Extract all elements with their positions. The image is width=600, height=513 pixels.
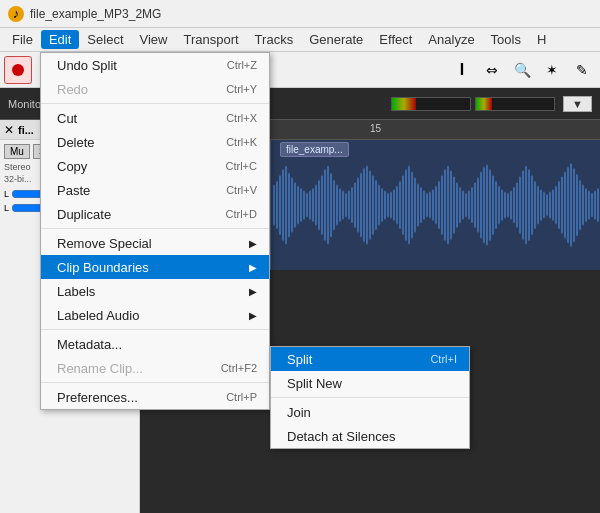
- track-close-button[interactable]: ✕: [4, 123, 14, 137]
- sep-4: [41, 382, 269, 383]
- svg-rect-86: [393, 190, 395, 221]
- svg-rect-48: [279, 175, 281, 234]
- svg-rect-110: [465, 193, 467, 217]
- toolbar-right-group: I ⇔ 🔍 ✶ ✎: [448, 56, 596, 84]
- svg-rect-114: [477, 178, 479, 232]
- svg-rect-65: [330, 173, 332, 237]
- menu-copy[interactable]: Copy Ctrl+C: [41, 154, 269, 178]
- submenu-detach[interactable]: Detach at Silences: [271, 424, 469, 448]
- svg-rect-151: [588, 191, 590, 219]
- svg-rect-89: [402, 175, 404, 234]
- menu-metadata[interactable]: Metadata...: [41, 332, 269, 356]
- menu-transport[interactable]: Transport: [175, 30, 246, 49]
- svg-rect-142: [561, 177, 563, 234]
- record-button[interactable]: [4, 56, 32, 84]
- svg-rect-56: [303, 191, 305, 219]
- svg-rect-78: [369, 171, 371, 240]
- multi-tool-button[interactable]: ✶: [538, 56, 566, 84]
- menu-generate[interactable]: Generate: [301, 30, 371, 49]
- menu-file[interactable]: File: [4, 30, 41, 49]
- svg-rect-57: [306, 193, 308, 217]
- svg-rect-82: [381, 188, 383, 221]
- svg-rect-55: [300, 188, 302, 221]
- svg-rect-125: [510, 191, 512, 219]
- svg-rect-74: [357, 178, 359, 232]
- svg-rect-92: [411, 172, 413, 238]
- menu-tracks[interactable]: Tracks: [247, 30, 302, 49]
- svg-rect-149: [582, 185, 584, 225]
- svg-rect-131: [528, 170, 530, 241]
- pan-label-l: L: [4, 203, 9, 213]
- svg-rect-141: [558, 181, 560, 228]
- menu-rename-clip[interactable]: Rename Clip... Ctrl+F2: [41, 356, 269, 380]
- svg-rect-145: [570, 164, 572, 247]
- sep-2: [41, 228, 269, 229]
- svg-rect-133: [534, 181, 536, 228]
- submenu-split[interactable]: Split Ctrl+I: [271, 347, 469, 371]
- svg-rect-130: [525, 166, 527, 244]
- zoom-tool-button[interactable]: 🔍: [508, 56, 536, 84]
- menu-view[interactable]: View: [132, 30, 176, 49]
- meter-left: [391, 97, 471, 111]
- svg-rect-46: [273, 185, 275, 225]
- draw-tool-button[interactable]: ✎: [568, 56, 596, 84]
- svg-rect-64: [327, 166, 329, 244]
- svg-rect-132: [531, 175, 533, 234]
- svg-rect-68: [339, 188, 341, 221]
- edit-menu: Undo Split Ctrl+Z Redo Ctrl+Y Cut Ctrl+X…: [40, 52, 270, 410]
- svg-rect-124: [507, 193, 509, 217]
- submenu-join[interactable]: Join: [271, 400, 469, 424]
- submenu-split-new[interactable]: Split New: [271, 371, 469, 395]
- svg-rect-104: [447, 166, 449, 244]
- volume-label: L: [4, 189, 9, 199]
- svg-rect-47: [276, 181, 278, 228]
- menu-help[interactable]: H: [529, 30, 554, 49]
- svg-rect-100: [435, 186, 437, 224]
- svg-point-0: [12, 64, 24, 76]
- svg-rect-111: [468, 191, 470, 219]
- menu-duplicate[interactable]: Duplicate Ctrl+D: [41, 202, 269, 226]
- svg-rect-60: [315, 185, 317, 225]
- time-mark-15: 15: [370, 123, 381, 134]
- menu-labels[interactable]: Labels ▶: [41, 279, 269, 303]
- menu-bar: File Edit Select View Transport Tracks G…: [0, 28, 600, 52]
- svg-rect-122: [501, 190, 503, 221]
- svg-rect-95: [420, 187, 422, 222]
- svg-rect-71: [348, 191, 350, 219]
- app-icon: ♪: [8, 6, 24, 22]
- cursor-tool-button[interactable]: I: [448, 56, 476, 84]
- menu-redo[interactable]: Redo Ctrl+Y: [41, 77, 269, 101]
- menu-clip-boundaries[interactable]: Clip Boundaries ▶: [41, 255, 269, 279]
- svg-rect-148: [579, 180, 581, 230]
- svg-rect-73: [354, 183, 356, 228]
- meter-right: [475, 97, 555, 111]
- menu-preferences[interactable]: Preferences... Ctrl+P: [41, 385, 269, 409]
- svg-rect-67: [336, 185, 338, 225]
- svg-rect-120: [495, 181, 497, 228]
- svg-rect-63: [324, 170, 326, 241]
- menu-delete[interactable]: Delete Ctrl+K: [41, 130, 269, 154]
- mute-button[interactable]: Mu: [4, 144, 30, 159]
- svg-rect-98: [429, 192, 431, 218]
- svg-rect-84: [387, 193, 389, 217]
- menu-undo-split[interactable]: Undo Split Ctrl+Z: [41, 53, 269, 77]
- svg-rect-91: [408, 166, 410, 244]
- svg-rect-76: [363, 168, 365, 241]
- selection-tool-button[interactable]: ⇔: [478, 56, 506, 84]
- menu-analyze[interactable]: Analyze: [420, 30, 482, 49]
- dropdown-button[interactable]: ▼: [563, 96, 592, 112]
- menu-cut[interactable]: Cut Ctrl+X: [41, 106, 269, 130]
- svg-rect-59: [312, 188, 314, 221]
- menu-paste[interactable]: Paste Ctrl+V: [41, 178, 269, 202]
- svg-rect-103: [444, 170, 446, 241]
- svg-rect-50: [285, 166, 287, 244]
- svg-rect-109: [462, 191, 464, 219]
- menu-effect[interactable]: Effect: [371, 30, 420, 49]
- menu-edit[interactable]: Edit: [41, 30, 79, 49]
- svg-rect-117: [486, 165, 488, 245]
- menu-remove-special[interactable]: Remove Special ▶: [41, 231, 269, 255]
- menu-labeled-audio[interactable]: Labeled Audio ▶: [41, 303, 269, 327]
- menu-tools[interactable]: Tools: [483, 30, 529, 49]
- svg-rect-123: [504, 192, 506, 218]
- menu-select[interactable]: Select: [79, 30, 131, 49]
